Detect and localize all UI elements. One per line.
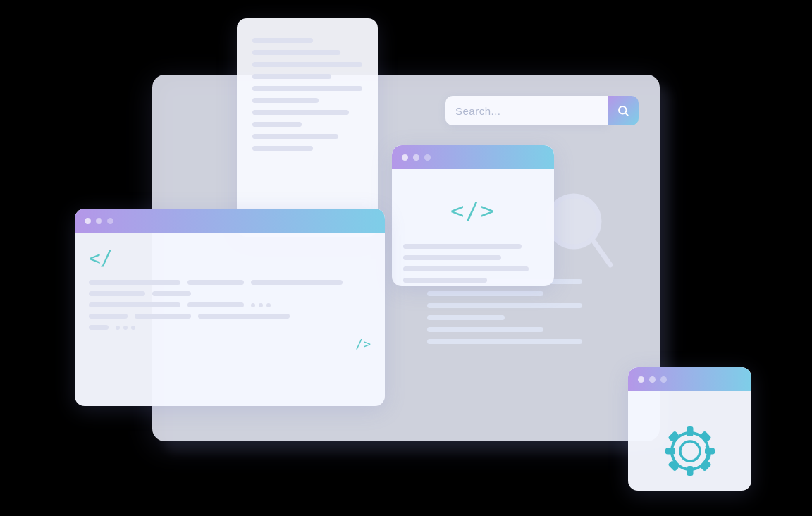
svg-rect-11 [700,430,711,441]
code-body-left: </ [75,233,385,362]
window-dot-3 [660,376,667,383]
doc-line [252,98,319,103]
doc-line [252,134,338,139]
window-dot-1 [85,218,91,224]
content-line [427,291,543,296]
doc-line [252,50,340,55]
mid-card-body: </> [392,169,554,286]
svg-rect-8 [665,448,675,454]
doc-line [252,62,362,67]
content-line [427,339,582,344]
code-close-tag: /> [355,336,371,351]
doc-line [252,38,313,43]
settings-card [628,367,751,491]
doc-line [252,86,362,91]
gear-icon [658,419,722,483]
card-header-left [75,209,385,233]
svg-line-3 [593,241,610,265]
card-header-mid [392,145,554,169]
code-line-row [89,314,371,319]
mid-content-area [403,244,543,283]
search-icon [617,104,629,117]
code-card-left: </ [75,209,385,406]
svg-rect-12 [668,460,679,471]
code-line-row [89,325,371,330]
doc-line [252,74,331,79]
content-line [427,315,505,320]
doc-line [252,122,302,127]
window-dot-1 [638,376,644,383]
search-input[interactable]: Search... [445,96,608,125]
svg-point-4 [672,433,708,469]
code-mid-tag: </> [403,197,543,224]
svg-point-2 [548,196,599,247]
window-dot-3 [107,218,113,224]
main-content-lines [427,279,582,344]
svg-rect-7 [687,466,693,476]
code-card-mid: </> [392,145,554,286]
search-placeholder-text: Search... [455,105,501,117]
code-line-row [89,291,371,296]
doc-line [252,146,313,151]
code-line-row [89,280,371,285]
svg-rect-10 [668,430,679,441]
scene: Search... [54,18,758,498]
content-line [427,327,543,332]
svg-point-5 [680,441,700,461]
window-dot-1 [402,154,408,161]
code-line-row [89,302,371,307]
window-dot-2 [649,376,656,383]
code-open-tag: </ [89,247,371,270]
window-dot-2 [96,218,102,224]
window-dot-3 [424,154,431,161]
svg-line-1 [625,113,627,115]
search-area: Search... [445,96,639,125]
svg-rect-6 [687,426,693,436]
settings-body [628,391,751,491]
search-button[interactable] [608,96,639,125]
doc-line [252,110,349,115]
content-line [427,303,582,308]
card-header-settings [628,367,751,391]
window-dot-2 [413,154,419,161]
document-card [237,18,378,237]
